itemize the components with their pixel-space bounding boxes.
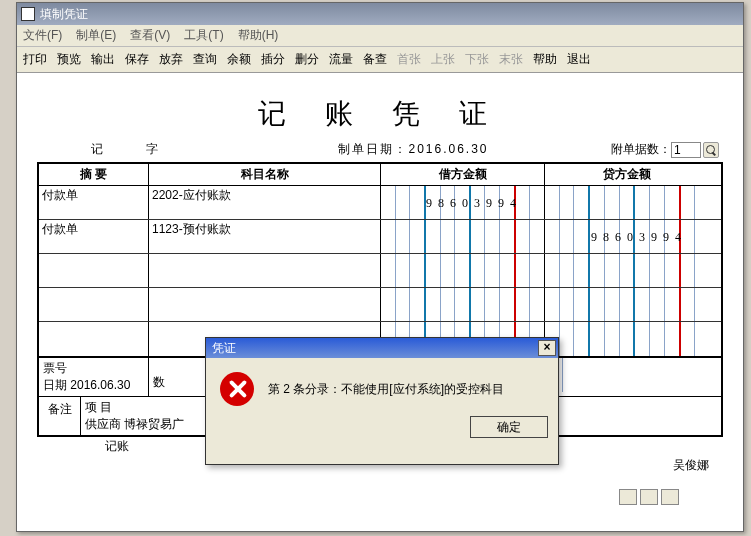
dialog-titlebar[interactable]: 凭证 × <box>206 338 558 358</box>
tool-备查[interactable]: 备查 <box>363 51 387 68</box>
tool-余额[interactable]: 余额 <box>227 51 251 68</box>
menu-make[interactable]: 制单(E) <box>76 27 116 44</box>
cell-subject[interactable] <box>149 254 381 287</box>
tool-末张: 末张 <box>499 51 523 68</box>
bill-block: 票号 日期 2016.06.30 <box>39 358 149 396</box>
tool-首张: 首张 <box>397 51 421 68</box>
ok-button[interactable]: 确定 <box>470 416 548 438</box>
mini-toolbar <box>616 489 679 505</box>
mini-icon-2[interactable] <box>640 489 658 505</box>
menu-help[interactable]: 帮助(H) <box>238 27 279 44</box>
attach-count: 附单据数： <box>611 141 719 158</box>
error-dialog: 凭证 × 第 2 条分录：不能使用[应付系统]的受控科目 确定 <box>205 337 559 465</box>
cell-summary[interactable] <box>39 322 149 356</box>
dialog-title: 凭证 <box>212 340 236 357</box>
table-row[interactable] <box>39 254 721 288</box>
tool-预览[interactable]: 预览 <box>57 51 81 68</box>
hdr-debit: 借方金额 <box>381 164 545 185</box>
cell-summary[interactable] <box>39 288 149 321</box>
table-row[interactable]: 付款单2202-应付账款98603994 <box>39 186 721 220</box>
hdr-credit: 贷方金额 <box>545 164 709 185</box>
tool-帮助[interactable]: 帮助 <box>533 51 557 68</box>
tool-查询[interactable]: 查询 <box>193 51 217 68</box>
doc-title: 记 账 凭 证 <box>37 95 723 133</box>
mini-icon-3[interactable] <box>661 489 679 505</box>
mini-icon-1[interactable] <box>619 489 637 505</box>
toolbar: 打印预览输出保存放弃查询余额插分删分流量备查首张上张下张末张帮助退出 <box>17 47 743 73</box>
menubar: 文件(F) 制单(E) 查看(V) 工具(T) 帮助(H) <box>17 25 743 47</box>
make-date: 制单日期：2016.06.30 <box>338 141 488 158</box>
hdr-subject: 科目名称 <box>149 164 381 185</box>
search-icon[interactable] <box>703 142 719 158</box>
doc-meta: 记 字 制单日期：2016.06.30 附单据数： <box>37 141 723 162</box>
tool-打印[interactable]: 打印 <box>23 51 47 68</box>
voucher-grid: 摘 要 科目名称 借方金额 贷方金额 付款单2202-应付账款98603994付… <box>37 162 723 358</box>
tool-放弃[interactable]: 放弃 <box>159 51 183 68</box>
menu-tools[interactable]: 工具(T) <box>184 27 223 44</box>
dialog-message: 第 2 条分录：不能使用[应付系统]的受控科目 <box>268 381 504 398</box>
cell-summary[interactable] <box>39 254 149 287</box>
word-label: 记 字 <box>41 141 216 158</box>
app-icon <box>21 7 35 21</box>
tool-删分[interactable]: 删分 <box>295 51 319 68</box>
grid-header: 摘 要 科目名称 借方金额 贷方金额 <box>39 164 721 186</box>
window-title: 填制凭证 <box>40 6 88 23</box>
grid-rows: 付款单2202-应付账款98603994付款单1123-预付账款98603994 <box>39 186 721 356</box>
attach-input[interactable] <box>671 142 701 158</box>
menu-file[interactable]: 文件(F) <box>23 27 62 44</box>
menu-view[interactable]: 查看(V) <box>130 27 170 44</box>
tool-流量[interactable]: 流量 <box>329 51 353 68</box>
tool-退出[interactable]: 退出 <box>567 51 591 68</box>
error-icon <box>220 372 254 406</box>
cell-summary[interactable]: 付款单 <box>39 220 149 253</box>
hdr-summary: 摘 要 <box>39 164 149 185</box>
cell-summary[interactable]: 付款单 <box>39 186 149 219</box>
tool-输出[interactable]: 输出 <box>91 51 115 68</box>
cell-subject[interactable] <box>149 288 381 321</box>
dialog-buttons: 确定 <box>206 412 558 442</box>
tool-上张: 上张 <box>431 51 455 68</box>
close-icon[interactable]: × <box>538 340 556 356</box>
cell-subject[interactable]: 2202-应付账款 <box>149 186 381 219</box>
tool-保存[interactable]: 保存 <box>125 51 149 68</box>
dialog-content: 第 2 条分录：不能使用[应付系统]的受控科目 <box>206 358 558 412</box>
remark-label: 备注 <box>39 397 81 435</box>
tool-插分[interactable]: 插分 <box>261 51 285 68</box>
tool-下张: 下张 <box>465 51 489 68</box>
titlebar[interactable]: 填制凭证 <box>17 3 743 25</box>
table-row[interactable] <box>39 288 721 322</box>
table-row[interactable]: 付款单1123-预付账款98603994 <box>39 220 721 254</box>
cell-subject[interactable]: 1123-预付账款 <box>149 220 381 253</box>
